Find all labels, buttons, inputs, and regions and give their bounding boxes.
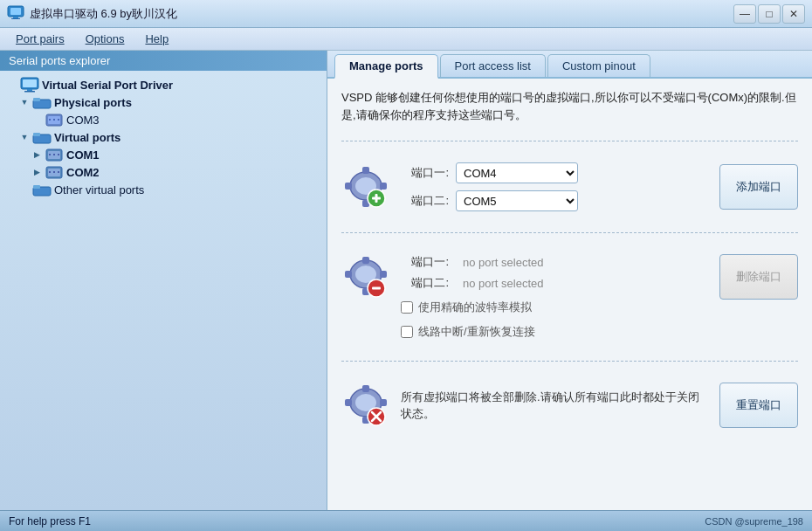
svg-rect-7: [24, 91, 35, 93]
main-area: Serial ports explorer Virtual Serial Por…: [0, 51, 812, 510]
add-port-button[interactable]: 添加端口: [719, 164, 798, 210]
svg-point-25: [53, 171, 55, 173]
sidebar-label-com2: COM2: [66, 166, 100, 179]
sidebar-item-other[interactable]: Other virtual ports: [16, 181, 323, 198]
status-help-text: For help press F1: [9, 515, 91, 528]
menu-item-help[interactable]: Help: [136, 31, 177, 47]
svg-rect-6: [27, 89, 32, 91]
svg-rect-43: [380, 271, 387, 278]
tabs: Manage ports Port access list Custom pin…: [327, 51, 812, 79]
sidebar-label-other: Other virtual ports: [54, 183, 144, 197]
svg-rect-2: [13, 17, 18, 18]
status-credit: CSDN @supreme_198: [705, 516, 803, 527]
divider-1: [341, 141, 798, 141]
sidebar-header: Serial ports explorer: [0, 51, 327, 71]
line-break-row: 线路中断/重新恢复连接: [401, 324, 709, 340]
svg-point-19: [49, 154, 51, 155]
delete-port-icon: [341, 254, 390, 300]
svg-rect-51: [380, 399, 387, 406]
divider-2: [341, 232, 798, 233]
delete-port-button[interactable]: 删除端口: [719, 254, 798, 300]
add-port1-label: 端口一:: [401, 165, 449, 181]
folder-icon-physical: [33, 95, 51, 109]
delete-port2-value: no port selected: [463, 277, 544, 290]
reset-button[interactable]: 重置端口: [719, 383, 798, 428]
expand-icon-com2: ▶: [31, 167, 42, 177]
delete-port2-row: 端口二: no port selected: [401, 275, 709, 291]
svg-rect-1: [10, 8, 21, 15]
svg-rect-16: [33, 133, 40, 136]
reset-icon: [341, 383, 390, 428]
tab-manage-ports[interactable]: Manage ports: [334, 54, 438, 79]
delete-port-section: 端口一: no port selected 端口二: no port selec…: [341, 247, 798, 347]
sidebar-label-root: Virtual Serial Port Driver: [42, 79, 173, 92]
svg-point-14: [58, 119, 59, 121]
delete-fields: 端口一: no port selected 端口二: no port selec…: [401, 254, 709, 340]
expand-icon-root: [7, 79, 17, 90]
sidebar: Serial ports explorer Virtual Serial Por…: [0, 51, 327, 510]
svg-point-12: [49, 119, 51, 121]
add-port2-select[interactable]: COM5 COM1 COM2 COM3 COM4 COM6: [456, 190, 578, 211]
add-port2-row: 端口二: COM5 COM1 COM2 COM3 COM4 COM6: [401, 190, 709, 211]
sidebar-item-physical[interactable]: ▼ Physical ports: [16, 93, 323, 111]
svg-rect-45: [372, 287, 381, 290]
svg-rect-28: [33, 185, 40, 189]
svg-rect-50: [345, 399, 352, 406]
add-port-fields: 端口一: COM4 COM1 COM2 COM3 COM5 COM6 端口二:: [401, 162, 709, 211]
svg-point-13: [53, 119, 55, 121]
title-text: 虚拟串口驱动 6.9 by耿川汉化: [30, 6, 177, 22]
close-button[interactable]: ✕: [782, 4, 805, 24]
vport-icon-com2: [45, 165, 63, 179]
port-icon-com3: [45, 113, 63, 127]
svg-point-20: [53, 154, 55, 155]
expand-icon-virtual: ▼: [19, 132, 30, 142]
sidebar-content: Virtual Serial Port Driver ▼ Physical po…: [0, 71, 327, 510]
divider-3: [341, 361, 798, 362]
svg-rect-40: [362, 257, 369, 264]
add-port1-row: 端口一: COM4 COM1 COM2 COM3 COM5 COM6: [401, 162, 709, 183]
add-port1-select[interactable]: COM4 COM1 COM2 COM3 COM5 COM6: [456, 162, 578, 183]
status-bar: For help press F1 CSDN @supreme_198: [0, 510, 812, 531]
svg-rect-5: [23, 79, 37, 87]
sidebar-item-com2[interactable]: ▶ COM2: [28, 163, 323, 181]
reset-section: 所有虚拟端口将被全部删除.请确认所有端口此时都处于关闭状态。 重置端口: [341, 376, 798, 435]
add-port-icon: [341, 164, 390, 210]
delete-port1-value: no port selected: [463, 256, 544, 269]
folder-icon-virtual: [33, 130, 51, 144]
right-panel: Manage ports Port access list Custom pin…: [327, 51, 812, 510]
tab-port-access-list[interactable]: Port access list: [440, 54, 546, 77]
sidebar-item-com3[interactable]: COM3: [28, 111, 323, 128]
menu-item-port-pairs[interactable]: Port pairs: [7, 31, 73, 47]
baud-rate-label: 使用精确的波特率模拟: [418, 300, 532, 315]
sidebar-item-com1[interactable]: ▶ COM1: [28, 146, 323, 163]
expand-icon-com1: ▶: [31, 149, 42, 160]
baud-rate-checkbox[interactable]: [401, 301, 413, 314]
sidebar-label-com1: COM1: [66, 148, 100, 162]
line-break-checkbox[interactable]: [401, 326, 413, 338]
svg-point-26: [58, 171, 59, 173]
computer-icon: [21, 78, 38, 92]
expand-icon-other: [19, 184, 30, 195]
tab-custom-pinout[interactable]: Custom pinout: [547, 54, 650, 77]
minimize-button[interactable]: —: [733, 4, 756, 24]
svg-rect-33: [345, 183, 352, 190]
svg-rect-42: [345, 271, 352, 278]
svg-rect-34: [380, 183, 387, 190]
app-icon: [7, 4, 24, 24]
sidebar-label-physical: Physical ports: [54, 96, 132, 109]
sidebar-item-virtual[interactable]: ▼ Virtual ports: [16, 128, 323, 146]
svg-rect-37: [375, 194, 378, 203]
maximize-button[interactable]: □: [758, 4, 781, 24]
expand-icon-physical: ▼: [19, 97, 30, 107]
sidebar-label-com3: COM3: [66, 114, 100, 127]
delete-port1-row: 端口一: no port selected: [401, 254, 709, 270]
description-text: VSPD 能够创建任何你想使用的端口号的虚拟端口,所以你可以不受端口号(COMx…: [341, 89, 798, 123]
expand-icon-com3: [31, 114, 42, 125]
delete-port2-label: 端口二:: [401, 275, 449, 291]
panel-content: VSPD 能够创建任何你想使用的端口号的虚拟端口,所以你可以不受端口号(COMx…: [327, 79, 812, 510]
sidebar-item-root[interactable]: Virtual Serial Port Driver: [3, 76, 323, 93]
title-bar: 虚拟串口驱动 6.9 by耿川汉化 — □ ✕: [0, 0, 812, 28]
baud-rate-row: 使用精确的波特率模拟: [401, 300, 709, 315]
title-controls: — □ ✕: [733, 4, 805, 24]
menu-item-options[interactable]: Options: [77, 31, 134, 47]
